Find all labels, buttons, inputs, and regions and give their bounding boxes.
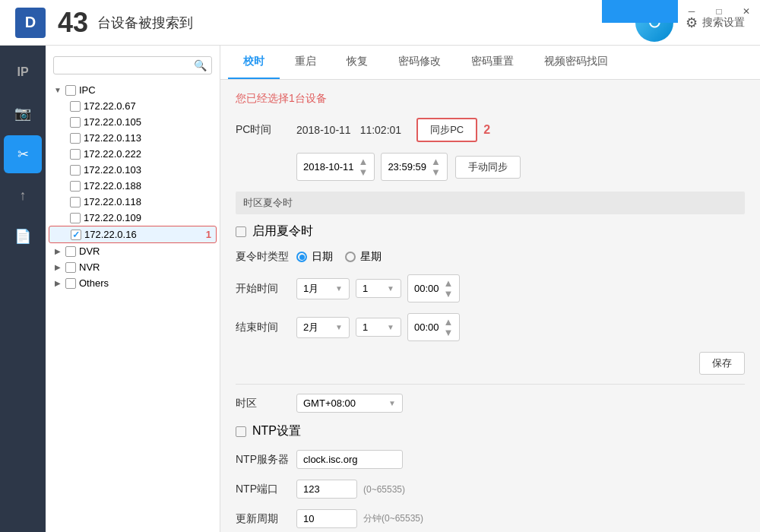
dst-enable-checkbox[interactable] <box>236 226 246 237</box>
divider-1 <box>236 384 745 385</box>
ip2-label: 172.22.0.105 <box>84 116 212 128</box>
tree-node-ipc[interactable]: ▼ IPC <box>49 82 217 98</box>
sidebar-item-upload[interactable]: ↑ <box>4 176 42 214</box>
end-month-arrow: ▼ <box>335 323 343 331</box>
nvr-label: NVR <box>79 261 212 273</box>
tabs-bar: 校时 重启 恢复 密码修改 密码重置 视频密码找回 <box>220 46 760 80</box>
tree-node-ip1[interactable]: 172.22.0.67 <box>49 98 217 114</box>
ip8-checkbox[interactable] <box>70 213 81 223</box>
ip4-checkbox[interactable] <box>70 149 81 160</box>
dst-type-row: 夏令时类型 日期 星期 <box>236 250 745 264</box>
ntp-port-input[interactable] <box>296 480 357 499</box>
tree-node-nvr[interactable]: ▶ NVR <box>49 259 217 275</box>
tree-node-ip8[interactable]: 172.22.0.109 <box>49 210 217 226</box>
ipc-checkbox[interactable] <box>65 85 76 96</box>
end-month-select[interactable]: 2月 ▼ <box>296 317 350 338</box>
ip8-label: 172.22.0.109 <box>84 212 212 223</box>
ip5-checkbox[interactable] <box>70 165 81 176</box>
others-checkbox[interactable] <box>65 278 76 289</box>
manual-date-value: 2018-10-11 <box>303 161 354 173</box>
ntp-server-label: NTP服务器 <box>236 453 296 467</box>
tree-node-dvr[interactable]: ▶ DVR <box>49 243 217 259</box>
radio-date[interactable]: 日期 <box>296 250 333 264</box>
start-time-input[interactable]: 00:00 ▲ ▼ <box>407 274 460 302</box>
search-icon: 🔍 <box>194 59 207 71</box>
end-day-select[interactable]: 1 ▼ <box>356 318 401 337</box>
end-time-input[interactable]: 00:00 ▲ ▼ <box>407 313 460 341</box>
ip3-checkbox[interactable] <box>70 133 81 144</box>
scissors-icon: ✂ <box>17 146 29 163</box>
ntp-server-input[interactable] <box>296 450 403 469</box>
pc-time-row: PC时间 2018-10-11 11:02:01 同步PC 2 <box>236 118 745 142</box>
radio-week-dot[interactable] <box>345 252 356 262</box>
tab-video-mima[interactable]: 视频密码找回 <box>529 46 623 79</box>
tree-node-ip9[interactable]: ✓ 172.22.0.16 1 <box>49 226 217 243</box>
tree-node-ip7[interactable]: 172.22.0.118 <box>49 194 217 210</box>
ntp-port-row: NTP端口 (0~65535) <box>236 480 745 499</box>
tree-node-ip4[interactable]: 172.22.0.222 <box>49 146 217 162</box>
ntp-enable-checkbox[interactable] <box>236 426 246 437</box>
ntp-period-row: 更新周期 分钟(0~65535) <box>236 509 745 528</box>
dvr-checkbox[interactable] <box>65 246 76 257</box>
ip1-label: 172.22.0.67 <box>84 100 212 112</box>
ip4-label: 172.22.0.222 <box>84 148 212 160</box>
manual-date-input[interactable]: 2018-10-11 ▲ ▼ <box>296 153 375 181</box>
ip2-checkbox[interactable] <box>70 117 81 128</box>
ip7-checkbox[interactable] <box>70 197 81 207</box>
timezone-select[interactable]: GMT+08:00 ▼ <box>296 394 403 413</box>
sidebar-item-ip[interactable]: IP <box>4 53 42 91</box>
main-layout: IP 📷 ✂ ↑ 📄 🔍 ▼ IPC <box>0 46 760 532</box>
tree-search-bar[interactable]: 🔍 <box>53 56 212 74</box>
ntp-period-input[interactable] <box>296 509 357 528</box>
tree-node-ip3[interactable]: 172.22.0.113 <box>49 130 217 146</box>
check-mark: ✓ <box>72 230 80 240</box>
ip1-checkbox[interactable] <box>70 101 81 112</box>
close-button[interactable]: ✕ <box>733 0 760 23</box>
tree-node-ip5[interactable]: 172.22.0.103 <box>49 162 217 178</box>
ntp-enable-label: NTP设置 <box>252 423 301 439</box>
titlebar: D 43 台设备被搜索到 ↻ ⚙ 搜索设置 ─ □ ✕ <box>0 0 760 46</box>
tab-mima-chongzhi[interactable]: 密码重置 <box>456 46 529 79</box>
device-tree-panel: 🔍 ▼ IPC 172.22.0.67 172.22.0.105 172.22.… <box>46 46 220 532</box>
manual-sync-button[interactable]: 手动同步 <box>455 156 521 179</box>
tree-node-ip6[interactable]: 172.22.0.188 <box>49 178 217 194</box>
start-month-select[interactable]: 1月 ▼ <box>296 278 350 299</box>
app-logo: D <box>15 8 46 38</box>
tree-content: ▼ IPC 172.22.0.67 172.22.0.105 172.22.0.… <box>46 82 220 526</box>
tree-node-others[interactable]: ▶ Others <box>49 275 217 291</box>
start-time-label: 开始时间 <box>236 282 296 296</box>
ip6-checkbox[interactable] <box>70 181 81 192</box>
tree-node-ip2[interactable]: 172.22.0.105 <box>49 114 217 130</box>
titlebar-text: 台设备被搜索到 <box>97 14 193 32</box>
start-time-spin[interactable]: ▲ ▼ <box>444 278 454 299</box>
radio-week[interactable]: 星期 <box>345 250 382 264</box>
pc-date: 2018-10-11 <box>296 124 351 136</box>
ip9-checkbox[interactable]: ✓ <box>71 230 81 240</box>
nvr-checkbox[interactable] <box>65 262 76 273</box>
date-spin[interactable]: ▲ ▼ <box>359 157 369 177</box>
tab-mima-xiugai[interactable]: 密码修改 <box>383 46 456 79</box>
time-spin[interactable]: ▲ ▼ <box>431 157 441 177</box>
tab-jiaoshi[interactable]: 校时 <box>228 46 280 79</box>
sidebar-item-tools[interactable]: ✂ <box>4 135 42 173</box>
end-time-row: 结束时间 2月 ▼ 1 ▼ 00:00 ▲ ▼ <box>236 313 745 341</box>
ntp-period-hint: 分钟(0~65535) <box>363 512 423 525</box>
ipc-arrow: ▼ <box>53 86 62 94</box>
timezone-row: 时区 GMT+08:00 ▼ <box>236 394 745 413</box>
manual-time-input[interactable]: 23:59:59 ▲ ▼ <box>381 153 447 181</box>
restore-button[interactable]: □ <box>705 0 733 23</box>
minimize-button[interactable]: ─ <box>678 0 705 23</box>
ip9-label: 172.22.0.16 <box>84 229 198 240</box>
save-button-1[interactable]: 保存 <box>699 352 745 375</box>
timezone-label: 时区 <box>236 397 296 410</box>
start-day-select[interactable]: 1 ▼ <box>356 279 401 298</box>
search-input[interactable] <box>59 60 194 71</box>
tab-chongqi[interactable]: 重启 <box>280 46 331 79</box>
radio-date-dot[interactable] <box>296 252 307 262</box>
sidebar-item-doc[interactable]: 📄 <box>4 217 42 255</box>
ntp-port-label: NTP端口 <box>236 483 296 496</box>
tab-huifu[interactable]: 恢复 <box>331 46 383 79</box>
sidebar-item-camera[interactable]: 📷 <box>4 94 42 132</box>
end-time-spin[interactable]: ▲ ▼ <box>444 317 454 337</box>
sync-pc-button[interactable]: 同步PC <box>416 118 477 142</box>
